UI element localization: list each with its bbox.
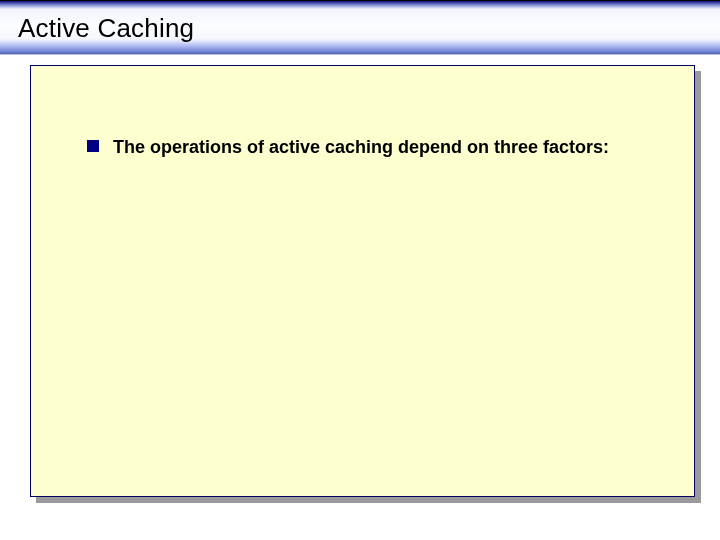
- title-bar-inner: Active Caching: [0, 1, 720, 55]
- square-bullet-icon: [87, 140, 99, 152]
- title-bar: Active Caching: [0, 0, 720, 54]
- slide: Active Caching The operations of active …: [0, 0, 720, 540]
- content-panel: The operations of active caching depend …: [30, 65, 695, 497]
- slide-title: Active Caching: [18, 13, 194, 44]
- bullet-item: The operations of active caching depend …: [87, 136, 674, 159]
- bullet-text: The operations of active caching depend …: [113, 136, 609, 159]
